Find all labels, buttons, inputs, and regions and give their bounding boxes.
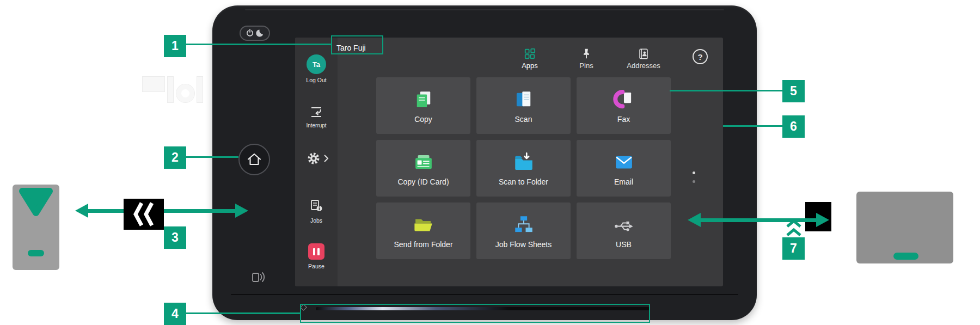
sidebar-item-jobs[interactable]: [309, 199, 323, 215]
callout-6-line: [723, 125, 782, 127]
tab-pins-label: Pins: [579, 62, 593, 70]
callout-2: 2: [164, 146, 186, 169]
figure-canvas: Ta Log Out Interrupt: [0, 0, 980, 325]
swipe-arrow-right-head: [235, 204, 248, 218]
chevron-left-icon: [131, 199, 155, 230]
inset-right-pill-marker: [893, 253, 918, 260]
app-tile-copy-id-card[interactable]: Copy (ID Card): [376, 140, 470, 197]
callout-1-line: [186, 44, 331, 45]
jobs-label: Jobs: [295, 217, 338, 224]
watermark-shape: [168, 77, 173, 102]
question-mark-icon: ?: [697, 52, 702, 62]
tab-apps-label: Apps: [522, 62, 538, 70]
user-avatar[interactable]: Ta: [307, 54, 326, 74]
device-body: Ta Log Out Interrupt: [212, 5, 757, 320]
nfc-touch-area[interactable]: [249, 268, 267, 286]
callout-box-status-led: [300, 304, 650, 323]
inset-right-side-view: [856, 192, 953, 263]
fax-icon: [612, 88, 635, 111]
page-scroll-indicator[interactable]: [693, 171, 695, 174]
callout-4-line: [186, 312, 300, 314]
interrupt-icon: [309, 105, 323, 119]
watermark-shape: [176, 84, 194, 102]
interrupt-label: Interrupt: [295, 122, 338, 128]
tab-addresses-label: Addresses: [627, 62, 660, 70]
pause-button[interactable]: [308, 243, 324, 260]
pause-label: Pause: [295, 263, 338, 269]
sidebar-item-interrupt[interactable]: [309, 105, 323, 121]
tab-pins[interactable]: Pins: [562, 48, 611, 70]
app-tile-label: Copy (ID Card): [397, 177, 449, 186]
app-tile-label: Send from Folder: [394, 240, 452, 249]
address-book-icon: [638, 48, 650, 60]
callout-5-line: [670, 90, 782, 91]
pause-icon: [317, 248, 320, 255]
inset-left-pill-marker: [28, 250, 44, 256]
app-tile-label: Scan: [515, 115, 532, 124]
app-tile-fax[interactable]: Fax: [577, 77, 671, 134]
app-tile-scan[interactable]: Scan: [476, 77, 571, 134]
avatar-initials: Ta: [313, 60, 320, 69]
watermark-shape: [143, 77, 164, 91]
device-top-highlight: [245, 9, 724, 10]
black-chevron-panel-left: [124, 199, 164, 230]
inset-left-marker-icon: [17, 186, 55, 220]
app-tile-copy[interactable]: Copy: [376, 77, 470, 134]
callout-1: 1: [164, 35, 186, 57]
logout-button[interactable]: Log Out: [295, 77, 338, 83]
scan-to-folder-icon: [512, 151, 535, 174]
usb-icon: [612, 213, 635, 236]
power-button[interactable]: [240, 26, 270, 41]
home-icon: [246, 151, 262, 168]
device-seam: [231, 294, 738, 295]
app-tile-label: Copy: [414, 115, 432, 124]
apps-grid-icon: [524, 48, 536, 60]
app-tile-usb[interactable]: USB: [577, 203, 671, 259]
email-icon: [612, 151, 635, 174]
app-tile-label: Job Flow Sheets: [495, 240, 552, 249]
callout-6: 6: [782, 115, 805, 138]
callout-7-chevrons-up-icon: [785, 219, 803, 237]
callout-3: 3: [164, 226, 186, 249]
nfc-icon: [250, 269, 266, 285]
app-tile-email[interactable]: Email: [577, 140, 671, 197]
swipe-arrow-right-head-2: [816, 213, 829, 227]
touch-screen: Ta Log Out Interrupt: [295, 38, 723, 286]
gear-icon: [307, 152, 320, 165]
scan-icon: [512, 88, 535, 111]
app-tile-label: Email: [614, 177, 633, 186]
app-tile-label: Fax: [617, 115, 630, 124]
callout-4: 4: [164, 303, 186, 325]
callout-2-line: [186, 156, 238, 158]
app-tile-job-flow-sheets[interactable]: Job Flow Sheets: [476, 203, 571, 259]
sidebar-item-settings[interactable]: [307, 152, 329, 165]
tab-apps[interactable]: Apps: [505, 48, 554, 70]
callout-box-user-name: [331, 35, 383, 54]
app-tile-label: Scan to Folder: [499, 177, 548, 186]
app-tile-label: USB: [616, 240, 632, 249]
pin-icon: [580, 48, 592, 60]
send-from-folder-icon: [412, 213, 435, 236]
copy-icon: [412, 88, 435, 111]
callout-5: 5: [782, 80, 805, 102]
tab-addresses[interactable]: Addresses: [619, 48, 668, 70]
job-flow-sheets-icon: [512, 213, 535, 236]
power-sleep-icon: [245, 28, 265, 38]
app-tile-send-from-folder[interactable]: Send from Folder: [376, 203, 470, 259]
app-grid: Copy Scan: [376, 77, 671, 259]
help-button[interactable]: ?: [693, 49, 708, 64]
app-tile-scan-to-folder[interactable]: Scan to Folder: [476, 140, 571, 197]
pause-icon: [313, 248, 315, 255]
id-card-icon: [412, 151, 435, 174]
sidebar: Ta Log Out Interrupt: [295, 38, 338, 286]
swipe-arrow-left-head: [75, 204, 88, 218]
jobs-icon: [309, 199, 323, 213]
chevron-right-icon: [323, 154, 329, 163]
home-button[interactable]: [238, 144, 270, 175]
callout-7: 7: [782, 237, 805, 260]
swipe-arrow-left-head-2: [688, 213, 701, 227]
page-scroll-indicator[interactable]: [693, 180, 695, 183]
inset-left-side-view: [13, 185, 59, 270]
watermark-shape: [197, 77, 203, 102]
